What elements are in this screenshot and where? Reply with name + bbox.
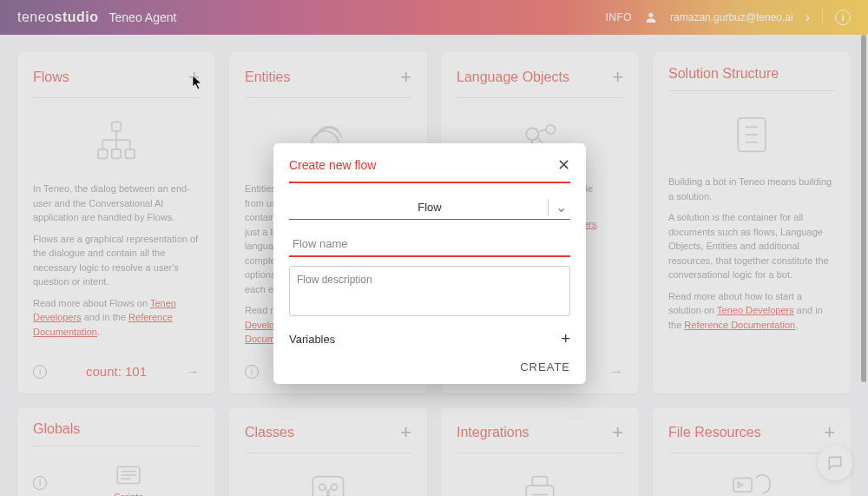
modal-title: Create new flow (289, 158, 376, 172)
add-variable-button[interactable]: + (561, 330, 570, 348)
create-button[interactable]: CREATE (289, 355, 570, 374)
variables-label: Variables (289, 333, 335, 346)
chevron-down-icon: ⌄ (548, 199, 567, 215)
flow-type-select[interactable]: Flow ⌄ (289, 195, 570, 220)
create-flow-modal: Create new flow ✕ Flow ⌄ Variables + CRE… (273, 143, 586, 384)
flow-type-value: Flow (418, 201, 441, 214)
flow-description-input[interactable] (289, 266, 570, 316)
close-icon[interactable]: ✕ (557, 155, 570, 175)
flow-name-input[interactable] (289, 232, 570, 257)
